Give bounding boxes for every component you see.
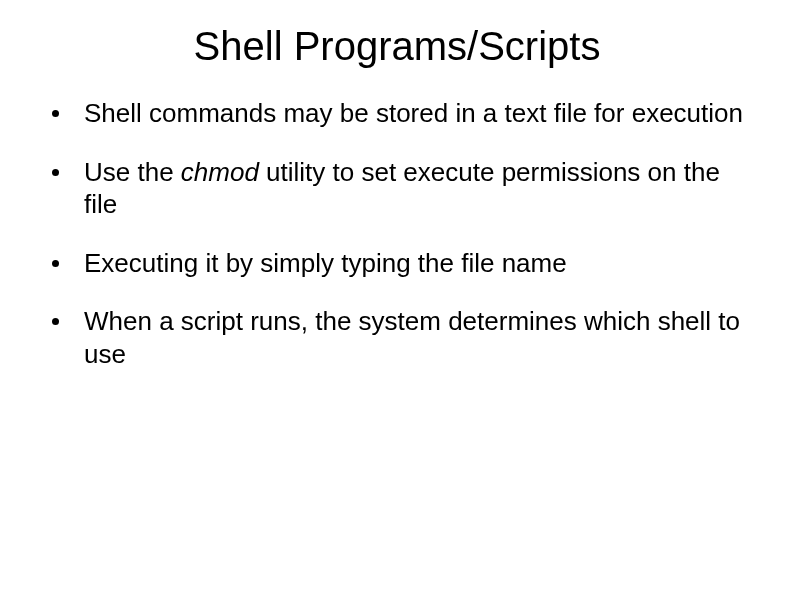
bullet-text-italic: chmod [181, 157, 259, 187]
list-item: When a script runs, the system determine… [48, 305, 746, 370]
bullet-text-before: Shell commands may be stored in a text f… [84, 98, 743, 128]
list-item: Executing it by simply typing the file n… [48, 247, 746, 280]
bullet-text-before: Executing it by simply typing the file n… [84, 248, 567, 278]
bullet-text-before: When a script runs, the system determine… [84, 306, 740, 369]
bullet-list: Shell commands may be stored in a text f… [48, 97, 746, 370]
slide-title: Shell Programs/Scripts [40, 24, 754, 69]
list-item: Use the chmod utility to set execute per… [48, 156, 746, 221]
slide: Shell Programs/Scripts Shell commands ma… [0, 0, 794, 595]
list-item: Shell commands may be stored in a text f… [48, 97, 746, 130]
bullet-text-before: Use the [84, 157, 181, 187]
